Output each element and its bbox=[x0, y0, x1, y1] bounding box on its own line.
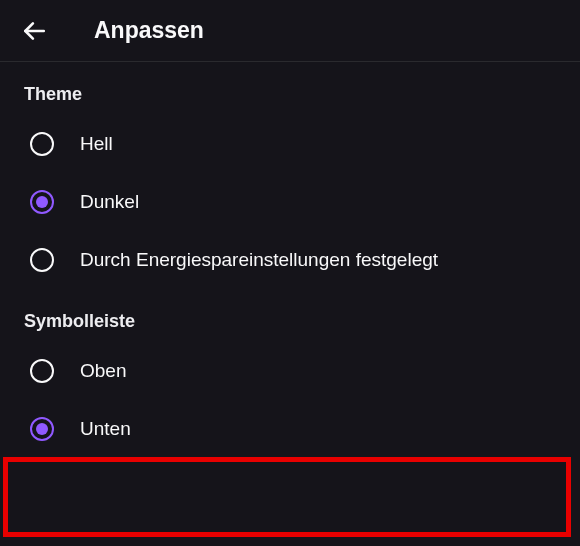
radio-label: Hell bbox=[80, 133, 113, 155]
radio-theme-light[interactable]: Hell bbox=[24, 115, 556, 173]
section-toolbar: Symbolleiste Oben Unten bbox=[0, 289, 580, 458]
radio-icon bbox=[30, 132, 54, 156]
radio-theme-auto[interactable]: Durch Energiespareinstellungen festgeleg… bbox=[24, 231, 556, 289]
section-header-toolbar: Symbolleiste bbox=[24, 289, 556, 342]
radio-toolbar-top[interactable]: Oben bbox=[24, 342, 556, 400]
radio-icon bbox=[30, 417, 54, 441]
header-bar: Anpassen bbox=[0, 0, 580, 62]
back-arrow-icon bbox=[21, 18, 47, 44]
radio-theme-dark[interactable]: Dunkel bbox=[24, 173, 556, 231]
radio-label: Durch Energiespareinstellungen festgeleg… bbox=[80, 249, 438, 271]
page-title: Anpassen bbox=[94, 17, 204, 44]
section-header-theme: Theme bbox=[24, 62, 556, 115]
radio-label: Oben bbox=[80, 360, 126, 382]
back-button[interactable] bbox=[14, 11, 54, 51]
radio-label: Dunkel bbox=[80, 191, 139, 213]
radio-icon bbox=[30, 190, 54, 214]
section-theme: Theme Hell Dunkel Durch Energiespareinst… bbox=[0, 62, 580, 289]
radio-toolbar-bottom[interactable]: Unten bbox=[24, 400, 556, 458]
radio-label: Unten bbox=[80, 418, 131, 440]
annotation-highlight-box bbox=[3, 457, 571, 537]
radio-icon bbox=[30, 359, 54, 383]
radio-icon bbox=[30, 248, 54, 272]
